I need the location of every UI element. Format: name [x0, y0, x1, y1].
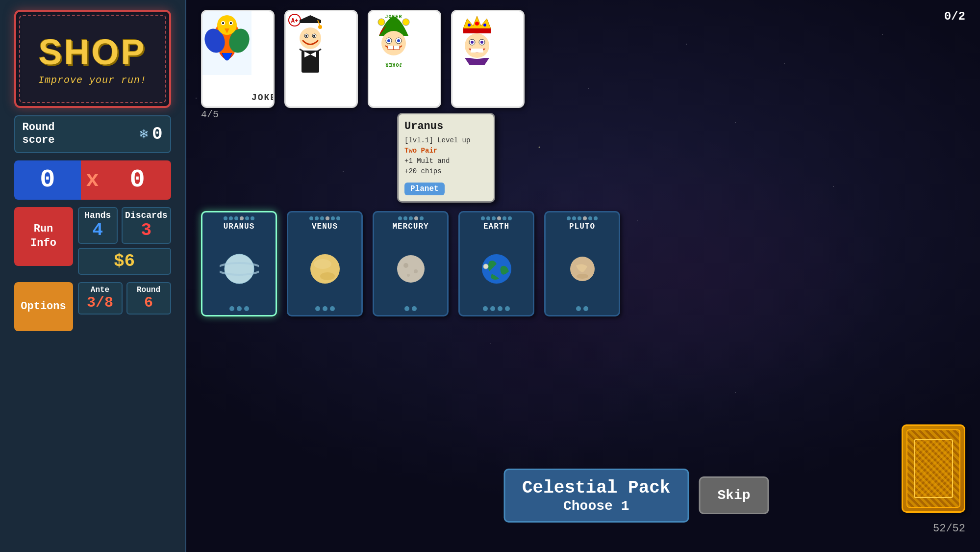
planet-card-uranus[interactable]: URANUS	[201, 211, 277, 316]
svg-point-19	[305, 35, 307, 37]
options-row: Options Ante 3/8 Round 6	[14, 282, 171, 331]
deck-card[interactable]	[902, 424, 965, 513]
ante-round-row: Ante 3/8 Round 6	[78, 282, 171, 315]
planet-card-top-pluto	[567, 216, 598, 220]
svg-point-16	[300, 27, 321, 49]
planet-card-venus[interactable]: VENUS	[287, 211, 363, 316]
svg-point-50	[397, 255, 425, 283]
svg-point-15	[318, 25, 322, 29]
mult-display: 0	[104, 160, 171, 200]
svg-point-20	[313, 35, 315, 37]
pluto-bottom	[576, 306, 588, 311]
deck-card-inner	[906, 429, 960, 508]
svg-point-26	[378, 19, 385, 26]
round-label: Round	[130, 286, 168, 294]
money-box: $6	[78, 248, 171, 275]
planet-card-earth[interactable]: EARTH	[458, 211, 534, 316]
snowflake-icon: ❄	[140, 126, 148, 142]
joker-card-4[interactable]	[451, 10, 525, 108]
svg-rect-35	[463, 28, 491, 33]
planet-card-mercury[interactable]: MERCURY	[373, 211, 449, 316]
main-content: 0/2	[186, 0, 980, 552]
ante-round-panel: Ante 3/8 Round 6	[78, 282, 171, 331]
mercury-visual	[377, 233, 445, 304]
round-score-label: Roundscore	[23, 121, 55, 147]
uranus-visual	[205, 233, 273, 304]
discards-box: Discards 3	[122, 207, 171, 244]
joker-card-1[interactable]: JOKER	[201, 10, 275, 108]
uranus-tooltip: Uranus [lvl.1] Level up Two Pair +1 Mult…	[397, 113, 495, 203]
uranus-bottom	[229, 306, 249, 311]
tooltip-tag: Planet	[404, 183, 445, 195]
sidebar: SHOP Improve your run! Roundscore ❄ 0 0 …	[0, 0, 186, 552]
planet-cards-row: URANUS	[201, 211, 620, 316]
mult-value: 0	[129, 165, 145, 194]
svg-point-32	[397, 39, 400, 42]
svg-point-49	[320, 272, 335, 280]
joker-card-3[interactable]: JOKER JOKER	[368, 10, 441, 108]
planet-card-top	[224, 216, 254, 220]
deck-count: 52/52	[933, 523, 965, 535]
joker1-label: JOKER	[251, 93, 275, 103]
svg-point-36	[475, 22, 479, 26]
earth-bottom	[483, 306, 510, 311]
venus-bottom	[315, 306, 335, 311]
planet-card-top-mercury	[398, 216, 424, 220]
hands-box: Hands 4	[78, 207, 118, 244]
earth-label: EARTH	[483, 222, 509, 231]
svg-point-52	[414, 269, 418, 273]
venus-label: VENUS	[312, 222, 338, 231]
shop-subtitle: Improve your run!	[38, 75, 147, 86]
tooltip-hand: Two Pair	[404, 147, 437, 155]
deck-pattern	[914, 439, 953, 498]
svg-point-55	[483, 264, 488, 269]
skip-button[interactable]: Skip	[699, 476, 769, 514]
discards-value: 3	[125, 220, 167, 240]
mercury-label: MERCURY	[392, 222, 428, 231]
pack-subtitle: Choose 1	[522, 499, 670, 514]
round-value: 6	[130, 294, 168, 311]
joker-row: JOKER A+	[201, 10, 965, 108]
run-info-row: RunInfo Hands 4 Discards 3 $6	[14, 207, 171, 275]
svg-point-28	[381, 31, 406, 55]
hands-label: Hands	[81, 210, 115, 220]
round-box: Round 6	[126, 282, 171, 315]
svg-point-53	[407, 274, 410, 277]
shop-sign: SHOP Improve your run!	[14, 10, 171, 108]
svg-point-51	[403, 263, 408, 268]
stats-panel: Hands 4 Discards 3 $6	[78, 207, 171, 275]
svg-rect-21	[302, 51, 319, 73]
score-number: 0	[152, 124, 163, 144]
mercury-bottom	[404, 306, 417, 311]
pluto-label: PLUTO	[569, 222, 595, 231]
money-value: $6	[81, 251, 168, 271]
discards-label: Discards	[125, 210, 167, 220]
planet-card-top-venus	[309, 216, 340, 220]
shop-title: SHOP	[38, 32, 146, 72]
svg-point-37	[468, 24, 471, 26]
venus-visual	[291, 233, 359, 304]
joker3-image: JOKER JOKER	[369, 11, 418, 75]
joker2-image: A+	[286, 11, 335, 75]
pluto-visual	[548, 233, 616, 304]
ante-value: 3/8	[81, 294, 119, 311]
round-score-value: ❄ 0	[140, 124, 162, 144]
svg-point-57	[577, 274, 588, 279]
planet-card-top-earth	[481, 216, 512, 220]
joker-count: 4/5	[201, 109, 219, 120]
planet-card-pluto[interactable]: PLUTO	[544, 211, 620, 316]
svg-point-38	[483, 24, 486, 26]
options-button[interactable]: Options	[14, 282, 73, 331]
joker-card-2[interactable]: A+	[284, 10, 358, 108]
multiplier-separator: x	[81, 160, 103, 200]
svg-point-42	[471, 41, 474, 44]
joker1-image	[202, 11, 251, 75]
svg-point-39	[465, 33, 489, 58]
svg-point-27	[402, 19, 409, 26]
run-info-button[interactable]: RunInfo	[14, 207, 73, 266]
uranus-label: URANUS	[224, 222, 255, 231]
svg-point-48	[314, 259, 331, 269]
top-right-counter: 0/2	[944, 10, 965, 23]
tooltip-body: [lvl.1] Level up Two Pair +1 Mult and+20…	[404, 135, 488, 177]
svg-point-31	[387, 39, 390, 42]
